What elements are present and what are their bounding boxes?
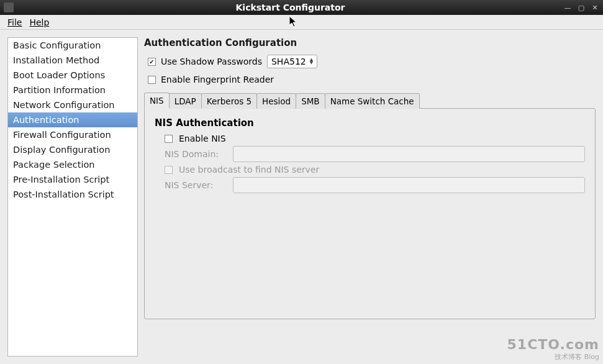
tab-kerberos-5[interactable]: Kerberos 5 (201, 93, 257, 109)
sidebar-item-boot-loader-options[interactable]: Boot Loader Options (8, 68, 137, 83)
nis-server-input (233, 177, 585, 193)
nis-group-title: NIS Authentication (155, 117, 585, 129)
section-title: Authentication Configuration (144, 37, 596, 48)
hash-select[interactable]: SHA512 ▲▼ (267, 55, 317, 68)
sidebar-item-firewall-configuration[interactable]: Firewall Configuration (8, 127, 137, 142)
sidebar-item-network-configuration[interactable]: Network Configuration (8, 98, 137, 112)
maximize-button[interactable]: ▢ (577, 3, 586, 12)
titlebar: Kickstart Configurator — ▢ ✕ (0, 0, 603, 15)
main-panel: Authentication Configuration Use Shadow … (144, 37, 596, 357)
tab-nis[interactable]: NIS (144, 93, 170, 109)
sidebar-item-post-installation-script[interactable]: Post-Installation Script (8, 187, 137, 202)
use-shadow-checkbox[interactable] (148, 58, 156, 66)
tab-ldap[interactable]: LDAP (169, 93, 202, 109)
sidebar-item-pre-installation-script[interactable]: Pre-Installation Script (8, 172, 137, 187)
auth-tabs: NISLDAPKerberos 5HesiodSMBName Switch Ca… (144, 92, 596, 319)
nis-broadcast-label: Use broadcast to find NIS server (179, 165, 319, 175)
tab-hesiod[interactable]: Hesiod (256, 93, 296, 109)
sidebar: Basic ConfigurationInstallation MethodBo… (7, 37, 138, 357)
menu-file[interactable]: File (4, 16, 25, 29)
nis-server-row: NIS Server: (165, 177, 585, 193)
tab-row: NISLDAPKerberos 5HesiodSMBName Switch Ca… (144, 92, 596, 108)
sidebar-item-authentication[interactable]: Authentication (8, 112, 137, 127)
use-shadow-label: Use Shadow Passwords (161, 57, 262, 66)
sidebar-item-partition-information[interactable]: Partition Information (8, 83, 137, 98)
fingerprint-checkbox[interactable] (148, 76, 156, 84)
nis-domain-input (233, 146, 585, 162)
content-area: Basic ConfigurationInstallation MethodBo… (0, 30, 603, 364)
updown-icon: ▲▼ (310, 58, 313, 65)
menu-help[interactable]: Help (25, 16, 53, 29)
tab-body-nis: NIS Authentication Enable NIS NIS Domain… (144, 108, 596, 319)
sidebar-item-display-configuration[interactable]: Display Configuration (8, 142, 137, 157)
tab-smb[interactable]: SMB (296, 93, 325, 109)
fingerprint-label: Enable Fingerprint Reader (161, 75, 274, 84)
app-icon (4, 2, 14, 12)
enable-nis-row: Enable NIS (165, 134, 585, 143)
close-button[interactable]: ✕ (591, 3, 599, 12)
nis-broadcast-row: Use broadcast to find NIS server (165, 165, 585, 175)
window-title: Kickstart Configurator (17, 2, 563, 12)
sidebar-item-package-selection[interactable]: Package Selection (8, 157, 137, 172)
fingerprint-row: Enable Fingerprint Reader (144, 73, 596, 86)
menubar: File Help (0, 15, 603, 30)
nis-domain-row: NIS Domain: (165, 146, 585, 162)
hash-select-value: SHA512 (271, 57, 306, 66)
tab-name-switch-cache[interactable]: Name Switch Cache (325, 93, 420, 109)
nis-domain-label: NIS Domain: (165, 149, 227, 159)
window-controls: — ▢ ✕ (563, 3, 599, 12)
enable-nis-checkbox[interactable] (165, 135, 173, 143)
nis-broadcast-checkbox (165, 166, 173, 174)
sidebar-item-installation-method[interactable]: Installation Method (8, 53, 137, 68)
use-shadow-row: Use Shadow Passwords SHA512 ▲▼ (144, 53, 596, 70)
sidebar-item-basic-configuration[interactable]: Basic Configuration (8, 38, 137, 53)
minimize-button[interactable]: — (563, 3, 572, 12)
enable-nis-label: Enable NIS (179, 134, 226, 143)
nis-server-label: NIS Server: (165, 180, 227, 190)
